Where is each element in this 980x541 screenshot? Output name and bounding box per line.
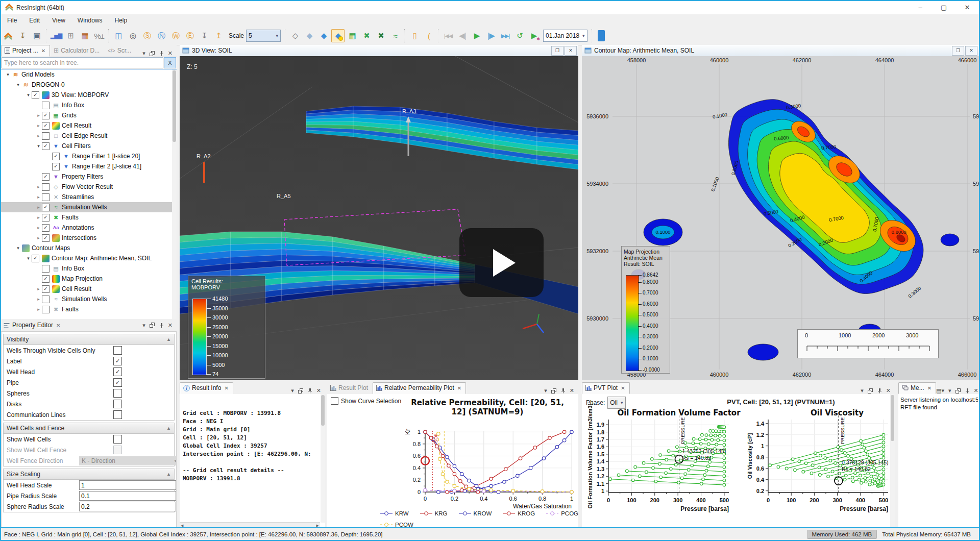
panel-close-icon[interactable]: ✕ (570, 387, 574, 394)
tree-checkbox[interactable] (42, 296, 50, 303)
tree-item[interactable]: ▾✓ 3D View: MOBPORV (1, 90, 177, 100)
tab-project-tree[interactable]: Project ...✕ (1, 45, 50, 57)
expander-closed-icon[interactable]: ▸ (36, 297, 41, 302)
tree-scrollbar[interactable] (172, 69, 177, 319)
tree-checkbox[interactable]: ✓ (42, 112, 50, 119)
timestep-select[interactable]: 01.Jan 2018▾ (543, 30, 587, 42)
minimize-button[interactable]: – (909, 1, 932, 14)
tree-checkbox[interactable]: ✓ (32, 255, 39, 262)
tree-checkbox[interactable] (42, 193, 50, 201)
tree-item[interactable]: ▸✓✖ Faults (1, 212, 177, 223)
grid-calculator-icon[interactable]: %± (92, 29, 106, 42)
tree-item[interactable]: ▸✓≈ Simulation Wells (1, 202, 177, 212)
tree-checkbox[interactable]: ✓ (42, 214, 50, 222)
menu-edit[interactable]: Edit (23, 17, 46, 24)
show-box-surface-icon[interactable]: ◆ (317, 29, 330, 42)
legend-item-krg[interactable]: KRG (420, 510, 448, 517)
tree-checkbox[interactable]: ✓ (52, 163, 60, 170)
tree-item[interactable]: ▸✖ Faults (1, 304, 177, 314)
expander-closed-icon[interactable]: ▸ (36, 133, 41, 138)
search-input[interactable] (2, 57, 163, 68)
panel-float-icon[interactable] (298, 388, 303, 394)
tree-item[interactable]: ▾ Contour Maps (1, 243, 177, 253)
show-faults-icon[interactable]: ✖ (360, 29, 373, 42)
expander-open-icon[interactable]: ▾ (26, 256, 31, 261)
show-box-faces-icon[interactable]: ◆ (303, 29, 316, 42)
property-checkbox[interactable] (113, 446, 122, 454)
expander-open-icon[interactable]: ▾ (26, 92, 31, 97)
anim-play-icon[interactable]: ▶ (470, 29, 483, 42)
expander-closed-icon[interactable]: ▸ (36, 286, 41, 291)
tree-item[interactable]: ✓▼ Range Filter 1 [I-slice 20] (1, 151, 177, 161)
tab-result-plot[interactable]: Result Plot (327, 382, 373, 394)
expander-closed-icon[interactable]: ▸ (36, 215, 41, 220)
tree-item[interactable]: ▸✕ Streamlines (1, 192, 177, 202)
tree-item[interactable]: ▸✓ Cell Result (1, 120, 177, 131)
anim-repeat-icon[interactable]: ↺ (513, 29, 526, 42)
panel-float-icon[interactable] (150, 323, 155, 328)
legend-item-krog[interactable]: KROG (503, 510, 535, 517)
tree-item[interactable]: ▾≋ Grid Models (1, 69, 177, 80)
snap-down-icon[interactable]: ↧ (198, 29, 211, 42)
tree-item[interactable]: ✓ Map Projection (1, 274, 177, 284)
save-project-icon[interactable]: ▣ (30, 29, 43, 42)
property-input[interactable] (79, 502, 176, 511)
tree-checkbox[interactable] (42, 306, 50, 313)
panel-menu-icon[interactable]: ▾ (142, 322, 145, 329)
contour-titlebar[interactable]: Contour Map: Arithmetic Mean, SOIL ❐✕ (582, 45, 979, 57)
panel-menu-icon[interactable]: ▾ (291, 387, 294, 394)
menu-help[interactable]: Help (109, 17, 134, 24)
show-mesh-icon[interactable]: ▦ (346, 29, 359, 42)
menu-windows[interactable]: Windows (71, 17, 109, 24)
tree-item[interactable]: ▸□ Cell Edge Result (1, 131, 177, 141)
tab-relperm-plot[interactable]: Relative Permeability Plot✕ (373, 382, 466, 394)
legend-box-icon[interactable]: ▯ (408, 29, 421, 42)
panel-pin-icon[interactable] (560, 388, 566, 394)
split-view-icon[interactable]: ◫ (112, 29, 125, 42)
expander-open-icon[interactable]: ▾ (5, 72, 11, 77)
tree-checkbox[interactable] (42, 265, 50, 273)
tree-checkbox[interactable] (42, 183, 50, 191)
contour-map-canvas[interactable]: 4580004580004600004600004620004620004640… (582, 56, 979, 380)
tree-checkbox[interactable]: ✓ (42, 142, 50, 150)
open-project-icon[interactable]: ↧ (16, 29, 29, 42)
tab-result-info[interactable]: i Result Info✕ (180, 382, 233, 394)
tree-checkbox[interactable]: ✓ (42, 224, 50, 232)
property-group-header[interactable]: Size Scaling▲ (4, 469, 174, 480)
tree-item[interactable]: ▤ Info Box (1, 100, 177, 110)
zoom-all-icon[interactable]: ◎ (126, 29, 139, 42)
property-input[interactable] (79, 480, 176, 490)
show-box-wireframe-icon[interactable]: ◇ (288, 29, 302, 42)
expander-closed-icon[interactable]: ▸ (36, 184, 41, 189)
maximize-button[interactable]: ▢ (932, 1, 955, 14)
tree-item[interactable]: ▾✓ Contour Map: Arithmetic Mean, SOIL (1, 253, 177, 263)
view-north-icon[interactable]: Ⓝ (155, 29, 168, 42)
tree-checkbox[interactable]: ✓ (42, 122, 50, 130)
close-button[interactable]: ✕ (955, 1, 979, 14)
video-play-overlay[interactable] (459, 228, 544, 297)
expander-closed-icon[interactable]: ▸ (36, 123, 41, 128)
tab-messages[interactable]: Me...✕ (898, 382, 936, 394)
tree-item[interactable]: ▸✓ Cell Result (1, 284, 177, 294)
property-checkbox[interactable]: ✓ (113, 367, 122, 376)
expander-closed-icon[interactable]: ▸ (36, 225, 41, 230)
tab-pvt-plot[interactable]: PVT Plot✕ (582, 382, 630, 394)
property-editor-close-icon[interactable]: ✕ (56, 323, 60, 328)
show-fault-labels-icon[interactable]: ✖ (374, 29, 387, 42)
view3d-restore-button[interactable]: ❐ (551, 46, 564, 56)
panel-pin-icon[interactable] (307, 388, 312, 394)
expander-closed-icon[interactable]: ▸ (36, 113, 41, 118)
legend-item-krw[interactable]: KRW (380, 510, 409, 517)
tree-item[interactable]: ✓▼ Property Filters (1, 171, 177, 182)
anim-prev-icon[interactable]: ◀| (456, 29, 469, 42)
expander-closed-icon[interactable]: ▸ (36, 235, 41, 240)
property-select[interactable]: K - Direction▾ (79, 456, 177, 465)
anim-settings-icon[interactable]: ▶✱ (527, 29, 541, 42)
tree-item[interactable]: ✓▼ Range Filter 2 [J-slice 41] (1, 161, 177, 171)
show-well-paths-icon[interactable]: ≈ (388, 29, 402, 42)
view-east-icon[interactable]: Ⓔ (183, 29, 197, 42)
tree-item[interactable]: ▾✓▼ Cell Filters (1, 141, 177, 151)
grid-case-group-icon[interactable]: ▦ (78, 29, 91, 42)
anim-first-icon[interactable]: |◀◀ (442, 29, 455, 42)
view-south-icon[interactable]: Ⓢ (140, 29, 154, 42)
